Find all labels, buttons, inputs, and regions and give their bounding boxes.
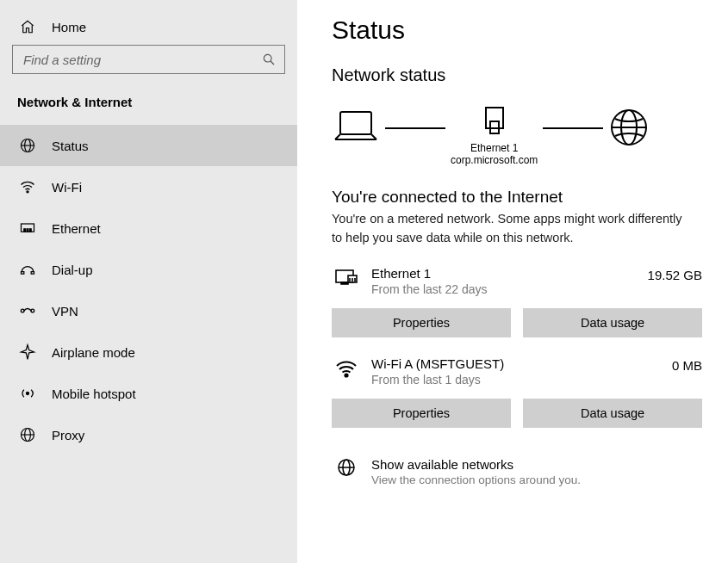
router-icon: Ethernet 1 corp.microsoft.com bbox=[451, 104, 538, 167]
network-subtext: From the last 22 days bbox=[371, 282, 648, 296]
proxy-icon bbox=[17, 426, 38, 443]
svg-rect-8 bbox=[27, 229, 28, 232]
sidebar-item-proxy[interactable]: Proxy bbox=[0, 414, 297, 455]
sidebar-item-label: Airplane mode bbox=[52, 345, 135, 360]
sidebar-item-label: Ethernet bbox=[52, 221, 101, 236]
search-icon bbox=[262, 53, 276, 66]
svg-point-12 bbox=[27, 393, 29, 395]
sidebar-item-airplane[interactable]: Airplane mode bbox=[0, 331, 297, 373]
properties-button[interactable]: Properties bbox=[332, 399, 511, 428]
sidebar-item-label: Mobile hotspot bbox=[52, 387, 136, 401]
ethernet-icon bbox=[17, 220, 38, 237]
network-entry-ethernet: Ethernet 1 From the last 22 days 19.52 G… bbox=[332, 266, 702, 337]
sidebar-item-label: Proxy bbox=[52, 428, 84, 442]
section-title: Network status bbox=[332, 65, 702, 85]
svg-rect-9 bbox=[30, 229, 32, 232]
network-name: Wi-Fi A (MSFTGUEST) bbox=[371, 356, 672, 371]
wifi-signal-icon bbox=[332, 356, 361, 379]
search-box[interactable] bbox=[12, 45, 285, 74]
sidebar-item-label: Dial-up bbox=[52, 263, 93, 277]
page-title: Status bbox=[332, 15, 702, 45]
show-available-networks[interactable]: Show available networks View the connect… bbox=[332, 457, 702, 486]
svg-rect-7 bbox=[24, 229, 26, 232]
show-networks-title: Show available networks bbox=[371, 457, 581, 472]
laptop-icon bbox=[332, 108, 380, 162]
airplane-icon bbox=[17, 343, 38, 361]
connected-title: You're connected to the Internet bbox=[332, 188, 702, 207]
network-usage: 19.52 GB bbox=[648, 266, 702, 282]
category-header: Network & Internet bbox=[0, 84, 297, 125]
network-subtext: From the last 1 days bbox=[371, 373, 672, 387]
diagram-device-name: Ethernet 1 bbox=[470, 142, 518, 154]
sidebar: Home Network & Internet Statu bbox=[0, 0, 297, 563]
status-icon bbox=[17, 137, 38, 154]
hotspot-icon bbox=[17, 385, 38, 402]
sidebar-item-dialup[interactable]: Dial-up bbox=[0, 249, 297, 290]
sidebar-item-ethernet[interactable]: Ethernet bbox=[0, 207, 297, 249]
sidebar-item-wifi[interactable]: Wi-Fi bbox=[0, 166, 297, 207]
svg-line-1 bbox=[271, 61, 274, 65]
ethernet-monitor-icon bbox=[332, 266, 361, 288]
home-label: Home bbox=[52, 20, 86, 34]
sidebar-item-label: Wi-Fi bbox=[52, 180, 82, 195]
svg-point-28 bbox=[345, 374, 347, 377]
globe-icon bbox=[608, 107, 650, 164]
data-usage-button[interactable]: Data usage bbox=[523, 399, 702, 428]
dialup-icon bbox=[17, 261, 38, 278]
network-entry-wifi: Wi-Fi A (MSFTGUEST) From the last 1 days… bbox=[332, 356, 702, 428]
nav: Status Wi-Fi Ethernet bbox=[0, 125, 297, 455]
show-networks-sub: View the connection options around you. bbox=[371, 473, 581, 486]
sidebar-item-vpn[interactable]: VPN bbox=[0, 290, 297, 331]
sidebar-item-label: VPN bbox=[52, 304, 78, 319]
network-name: Ethernet 1 bbox=[371, 266, 648, 281]
diagram-domain: corp.microsoft.com bbox=[451, 154, 538, 166]
svg-point-5 bbox=[27, 191, 28, 193]
network-diagram: Ethernet 1 corp.microsoft.com bbox=[332, 104, 702, 167]
wifi-icon bbox=[17, 178, 38, 195]
svg-point-0 bbox=[264, 54, 271, 62]
sidebar-item-hotspot[interactable]: Mobile hotspot bbox=[0, 373, 297, 414]
home-button[interactable]: Home bbox=[0, 9, 297, 45]
sidebar-item-label: Status bbox=[52, 139, 89, 153]
svg-point-11 bbox=[31, 309, 34, 312]
svg-rect-17 bbox=[486, 108, 503, 128]
main-content: Status Network status Ethernet 1 corp.mi… bbox=[297, 0, 728, 563]
svg-rect-16 bbox=[340, 112, 371, 134]
search-input[interactable] bbox=[22, 52, 262, 68]
home-icon bbox=[17, 19, 38, 34]
sidebar-item-status[interactable]: Status bbox=[0, 125, 297, 166]
connected-description: You're on a metered network. Some apps m… bbox=[332, 210, 694, 248]
vpn-icon bbox=[17, 302, 38, 319]
globe-small-icon bbox=[332, 457, 361, 486]
network-usage: 0 MB bbox=[672, 356, 702, 373]
properties-button[interactable]: Properties bbox=[332, 308, 511, 337]
data-usage-button[interactable]: Data usage bbox=[523, 308, 702, 337]
svg-point-10 bbox=[21, 309, 24, 312]
svg-rect-23 bbox=[341, 282, 348, 284]
